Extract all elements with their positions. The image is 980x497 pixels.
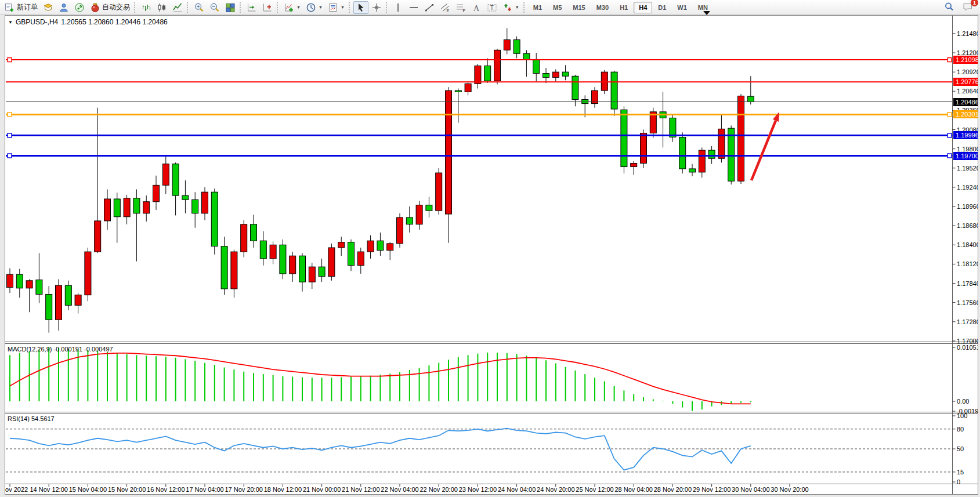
timeframe-m1-button[interactable]: M1 xyxy=(528,2,547,13)
candle-body xyxy=(299,256,306,282)
candle-body xyxy=(562,72,569,76)
periods-button[interactable]: ▼ xyxy=(303,1,325,14)
line-drag-handle[interactable] xyxy=(8,133,12,137)
ohlc-values: 1.20565 1.20860 1.20446 1.20486 xyxy=(61,18,168,26)
timeframe-m15-button[interactable]: M15 xyxy=(567,2,590,13)
candle-body xyxy=(133,198,140,213)
candle-body xyxy=(357,252,364,266)
trend-arrow-head[interactable] xyxy=(773,112,779,122)
auto-trading-button[interactable]: 自动交易 xyxy=(88,1,132,14)
auto-scroll-icon xyxy=(247,2,257,13)
candle-body xyxy=(504,40,510,50)
candle-body xyxy=(85,252,91,295)
timeframe-m5-button[interactable]: M5 xyxy=(548,2,567,13)
line-drag-handle[interactable] xyxy=(948,113,952,117)
line-drag-handle[interactable] xyxy=(948,133,952,137)
svg-text:F: F xyxy=(462,8,465,13)
candle-body xyxy=(397,217,403,244)
indicators-button[interactable]: ▼ xyxy=(281,1,303,14)
line-chart-button[interactable] xyxy=(170,1,185,14)
candle-body xyxy=(202,192,208,213)
timeframe-h4-button[interactable]: H4 xyxy=(634,2,652,13)
candle-body xyxy=(533,60,540,74)
line-drag-handle[interactable] xyxy=(8,154,12,158)
label-icon: T xyxy=(487,2,497,13)
new-order-button-label: 新订单 xyxy=(17,2,38,12)
toolbar-separator xyxy=(134,2,136,13)
symbol-dropdown-icon[interactable]: ▼ xyxy=(8,20,13,25)
candle-body xyxy=(455,90,461,92)
candle-body xyxy=(689,169,696,172)
candle-body xyxy=(231,252,237,289)
rsi-line xyxy=(10,429,751,470)
toolbar-separator xyxy=(523,2,525,13)
fibonacci-button[interactable]: F xyxy=(453,1,468,14)
new-order-button[interactable]: 新订单 xyxy=(2,1,40,14)
chevron-down-icon[interactable]: ▼ xyxy=(296,5,301,9)
profiles-button[interactable] xyxy=(41,1,56,14)
candle-body xyxy=(552,72,559,77)
zoom-out-icon xyxy=(209,2,220,13)
chevron-down-icon[interactable]: ▼ xyxy=(341,5,345,9)
vertical-line-button[interactable] xyxy=(390,1,406,14)
timeframe-m30-button[interactable]: M30 xyxy=(591,2,614,13)
community-icon xyxy=(59,2,69,13)
candle-body xyxy=(16,274,23,288)
line-drag-handle[interactable] xyxy=(8,113,12,117)
candle-body xyxy=(621,110,627,166)
search-button[interactable] xyxy=(942,1,957,13)
trend-arrow-line[interactable] xyxy=(751,121,776,180)
toolbar-separator xyxy=(277,2,279,13)
candle-body xyxy=(241,224,247,252)
chevron-down-icon[interactable]: ▼ xyxy=(319,5,323,9)
timeframe-w1-button[interactable]: W1 xyxy=(672,2,692,13)
zoom-in-button[interactable] xyxy=(191,1,207,14)
text-label-button[interactable]: T xyxy=(484,1,500,14)
cursor-button[interactable] xyxy=(353,1,368,14)
equidistant-channel-button[interactable]: E xyxy=(437,1,453,14)
candle-body xyxy=(124,198,130,217)
templates-button[interactable]: ▼ xyxy=(326,1,347,14)
candle-body xyxy=(641,133,647,163)
search-icon xyxy=(944,2,954,12)
candlestick-chart-button[interactable] xyxy=(154,1,169,14)
line-drag-handle[interactable] xyxy=(8,58,12,62)
chart-shift-button[interactable] xyxy=(260,1,275,14)
candle-body xyxy=(494,50,501,81)
chat-button[interactable]: 1 xyxy=(960,1,975,13)
chart-shift-icon xyxy=(262,2,273,13)
fibonacci-icon: F xyxy=(455,2,466,13)
arrows-button[interactable]: ▼ xyxy=(500,1,522,14)
candle-body xyxy=(172,164,179,195)
symbol-period-label: GBPUSD-,H4 xyxy=(16,18,58,26)
toolbar-separator xyxy=(240,2,241,13)
candle-body xyxy=(56,285,62,320)
trendline-button[interactable] xyxy=(422,1,437,14)
candle-body xyxy=(699,150,705,172)
toolbar-separator xyxy=(349,2,350,13)
chart-window[interactable]: 1.214801.212001.209201.206401.203601.200… xyxy=(5,15,978,495)
candle-body xyxy=(192,199,198,213)
candle-body xyxy=(143,202,150,213)
crosshair-button[interactable] xyxy=(369,1,384,14)
candle-body xyxy=(679,137,686,169)
community-button[interactable] xyxy=(56,1,71,14)
zoom-out-button[interactable] xyxy=(207,1,222,14)
candle-body xyxy=(290,256,296,274)
text-button[interactable]: A xyxy=(469,1,484,14)
horizontal-line-button[interactable] xyxy=(406,1,421,14)
candle-body xyxy=(367,241,374,252)
rsi-value: 54.5617 xyxy=(31,415,55,422)
bars-chart-icon xyxy=(141,2,151,13)
tile-windows-button[interactable] xyxy=(223,1,238,14)
bar-chart-button[interactable] xyxy=(139,1,154,14)
line-drag-handle[interactable] xyxy=(948,154,952,158)
chevron-down-icon[interactable]: ▼ xyxy=(515,5,519,9)
crosshair-icon xyxy=(371,2,382,13)
timeframe-d1-button[interactable]: D1 xyxy=(653,2,671,13)
signals-button[interactable] xyxy=(72,1,87,14)
chart-canvas[interactable] xyxy=(5,16,978,495)
timeframe-h1-button[interactable]: H1 xyxy=(614,2,633,13)
auto-scroll-button[interactable] xyxy=(244,1,259,14)
line-drag-handle[interactable] xyxy=(948,58,952,62)
